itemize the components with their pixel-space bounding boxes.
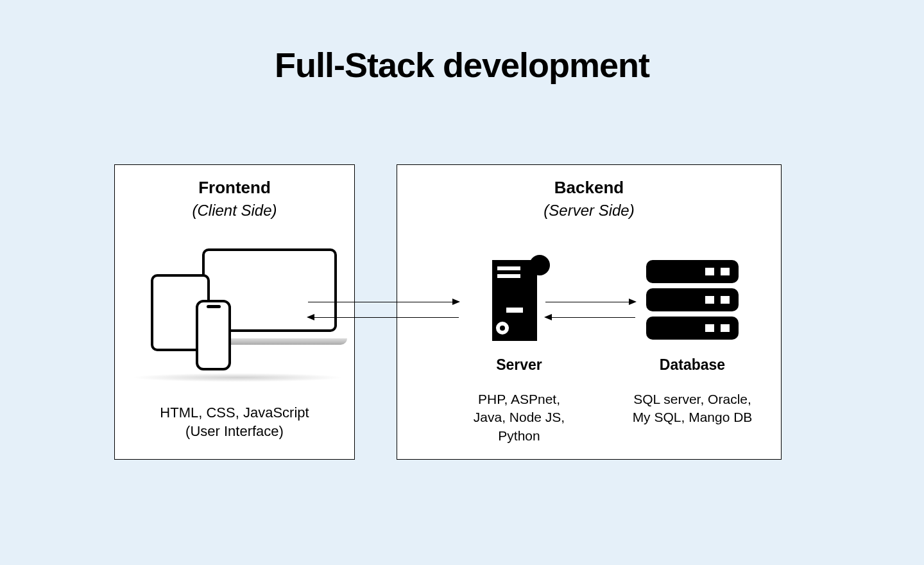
database-tech-line2: My SQL, Mango DB <box>612 408 773 426</box>
backend-subtitle: (Server Side) <box>397 202 781 220</box>
server-tech-line1: PHP, ASPnet, <box>439 390 599 408</box>
svg-rect-15 <box>721 324 730 332</box>
server-tech-line2: Java, Node JS, <box>439 408 599 426</box>
svg-rect-12 <box>705 296 714 304</box>
svg-point-3 <box>529 255 550 275</box>
svg-rect-1 <box>497 266 520 270</box>
svg-point-6 <box>500 326 505 331</box>
devices-icon <box>138 248 330 377</box>
server-label: Server <box>439 356 599 374</box>
database-label: Database <box>612 356 773 374</box>
backend-title: Backend <box>397 178 781 198</box>
svg-rect-14 <box>705 324 714 332</box>
diagram-title: Full-Stack development <box>0 45 924 85</box>
backend-box: Backend (Server Side) <box>397 164 782 460</box>
database-column: Database SQL server, Oracle, My SQL, Man… <box>612 248 773 427</box>
frontend-subtitle: (Client Side) <box>115 202 354 220</box>
server-tech: PHP, ASPnet, Java, Node JS, Python <box>439 390 599 445</box>
arrow-database-to-server <box>545 317 635 318</box>
frontend-box: Frontend (Client Side) HTML, CSS, JavaSc… <box>114 164 355 460</box>
database-icon <box>641 255 744 345</box>
frontend-tech: HTML, CSS, JavaScript (User Interface) <box>115 403 354 441</box>
arrow-server-to-database <box>545 302 635 302</box>
arrow-frontend-to-server <box>308 302 459 302</box>
frontend-title: Frontend <box>115 178 354 198</box>
svg-rect-4 <box>506 308 523 313</box>
server-column: Server PHP, ASPnet, Java, Node JS, Pytho… <box>439 248 599 445</box>
database-tech-line1: SQL server, Oracle, <box>612 390 773 408</box>
database-tech: SQL server, Oracle, My SQL, Mango DB <box>612 390 773 427</box>
server-tech-line3: Python <box>439 427 599 445</box>
svg-rect-13 <box>721 296 730 304</box>
frontend-tech-line2: (User Interface) <box>115 422 354 441</box>
frontend-header: Frontend (Client Side) <box>115 165 354 220</box>
phone-icon <box>196 300 231 370</box>
svg-rect-11 <box>721 268 730 275</box>
svg-rect-10 <box>705 268 714 275</box>
arrow-server-to-frontend <box>308 317 459 318</box>
server-icon <box>481 248 558 345</box>
svg-rect-2 <box>497 274 520 278</box>
diagram-canvas: Full-Stack development Frontend (Client … <box>0 0 924 565</box>
frontend-tech-line1: HTML, CSS, JavaScript <box>115 403 354 422</box>
backend-header: Backend (Server Side) <box>397 165 781 220</box>
